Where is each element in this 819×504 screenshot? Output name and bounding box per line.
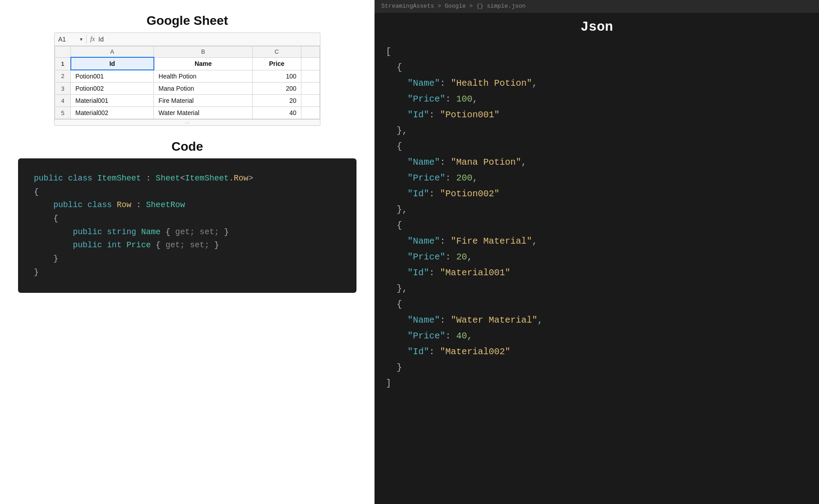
formula-bar: A1 ▾ fx Id <box>55 33 320 46</box>
formula-divider <box>86 35 87 44</box>
scroll-indicator: ··· <box>55 119 320 125</box>
json-item-3-open: { <box>386 217 808 233</box>
col-header-a[interactable]: A <box>71 46 154 58</box>
cell-d5 <box>301 107 319 119</box>
cell-b1[interactable]: Name <box>154 57 252 70</box>
json-item-4-id: "Id": "Material002" <box>386 344 808 360</box>
cell-b2[interactable]: Health Potion <box>154 70 252 83</box>
json-content: [ { "Name": "Health Potion", "Price": 10… <box>375 39 819 396</box>
json-item-1-price: "Price": 100, <box>386 91 808 107</box>
code-line-8: } <box>34 266 341 279</box>
cell-c1[interactable]: Price <box>252 57 301 70</box>
cell-a4[interactable]: Material001 <box>71 95 154 107</box>
col-header-c[interactable]: C <box>252 46 301 58</box>
table-row: 4 Material001 Fire Material 20 <box>55 95 320 107</box>
code-title: Code <box>18 139 356 154</box>
code-line-1: public class ItemSheet : Sheet<ItemSheet… <box>34 172 341 185</box>
row-num-2: 2 <box>55 70 71 83</box>
json-indent: { <box>386 60 808 75</box>
json-item-1-close: }, <box>386 123 808 139</box>
json-item-3-close: }, <box>386 281 808 296</box>
cell-c2[interactable]: 100 <box>252 70 301 83</box>
cell-d3 <box>301 83 319 95</box>
dropdown-arrow-icon[interactable]: ▾ <box>80 36 83 42</box>
corner-cell <box>55 46 71 58</box>
json-item-2-id: "Id": "Potion002" <box>386 186 808 202</box>
code-line-2: { <box>34 185 341 199</box>
table-row: 3 Potion002 Mana Potion 200 <box>55 83 320 95</box>
cell-b4[interactable]: Fire Material <box>154 95 252 107</box>
table-row: 5 Material002 Water Material 40 <box>55 107 320 119</box>
row-num-4: 4 <box>55 95 71 107</box>
cell-b5[interactable]: Water Material <box>154 107 252 119</box>
table-row: 1 Id Name Price <box>55 57 320 70</box>
cell-d1 <box>301 57 319 70</box>
cell-a5[interactable]: Material002 <box>71 107 154 119</box>
google-sheet-title: Google Sheet <box>18 14 356 28</box>
cell-d4 <box>301 95 319 107</box>
cell-reference: A1 <box>58 36 76 43</box>
cell-b3[interactable]: Mana Potion <box>154 83 252 95</box>
json-item-4-price: "Price": 40, <box>386 328 808 344</box>
json-item-4-close: } <box>386 360 808 375</box>
json-title: Json <box>375 13 819 39</box>
table-row: 2 Potion001 Health Potion 100 <box>55 70 320 83</box>
cell-c4[interactable]: 20 <box>252 95 301 107</box>
right-panel: StreamingAssets > Google > {} simple.jso… <box>375 0 819 504</box>
spreadsheet-table: A B C 1 Id Name Price <box>55 46 320 119</box>
json-open-bracket: [ <box>386 44 808 60</box>
json-item-4-open: { <box>386 296 808 312</box>
fx-icon: fx <box>90 36 95 43</box>
row-num-3: 3 <box>55 83 71 95</box>
json-item-2-price: "Price": 200, <box>386 170 808 186</box>
cell-a2[interactable]: Potion001 <box>71 70 154 83</box>
left-panel: Google Sheet A1 ▾ fx Id A B C <box>0 0 375 504</box>
code-line-3: public class Row : SheetRow <box>34 199 341 212</box>
json-item-4-name: "Name": "Water Material", <box>386 312 808 328</box>
col-header-d[interactable] <box>301 46 319 58</box>
formula-value: Id <box>98 36 104 43</box>
json-close-bracket: ] <box>386 375 808 391</box>
google-sheet-section: Google Sheet A1 ▾ fx Id A B C <box>18 14 356 126</box>
spreadsheet-wrapper: A1 ▾ fx Id A B C <box>54 32 320 126</box>
json-item-1-id: "Id": "Potion001" <box>386 107 808 123</box>
code-line-6: public int Price { get; set; } <box>34 239 341 252</box>
json-item-2-name: "Name": "Mana Potion", <box>386 154 808 170</box>
json-item-3-name: "Name": "Fire Material", <box>386 233 808 249</box>
row-num-1: 1 <box>55 57 71 70</box>
breadcrumb: StreamingAssets > Google > {} simple.jso… <box>375 0 819 13</box>
json-item-3-price: "Price": 20, <box>386 249 808 265</box>
json-item-2-close: }, <box>386 202 808 217</box>
cell-c3[interactable]: 200 <box>252 83 301 95</box>
json-item-2-open: { <box>386 139 808 154</box>
cell-c5[interactable]: 40 <box>252 107 301 119</box>
col-header-b[interactable]: B <box>154 46 252 58</box>
json-item-3-id: "Id": "Material001" <box>386 265 808 281</box>
cell-a1[interactable]: Id <box>71 57 154 70</box>
cell-a3[interactable]: Potion002 <box>71 83 154 95</box>
code-line-5: public string Name { get; set; } <box>34 226 341 239</box>
row-num-5: 5 <box>55 107 71 119</box>
code-line-4: { <box>34 212 341 226</box>
code-line-7: } <box>34 252 341 266</box>
json-item-1-name: "Name": "Health Potion", <box>386 75 808 91</box>
code-section: Code public class ItemSheet : Sheet<Item… <box>18 135 356 293</box>
cell-d2 <box>301 70 319 83</box>
code-block: public class ItemSheet : Sheet<ItemSheet… <box>18 158 356 293</box>
